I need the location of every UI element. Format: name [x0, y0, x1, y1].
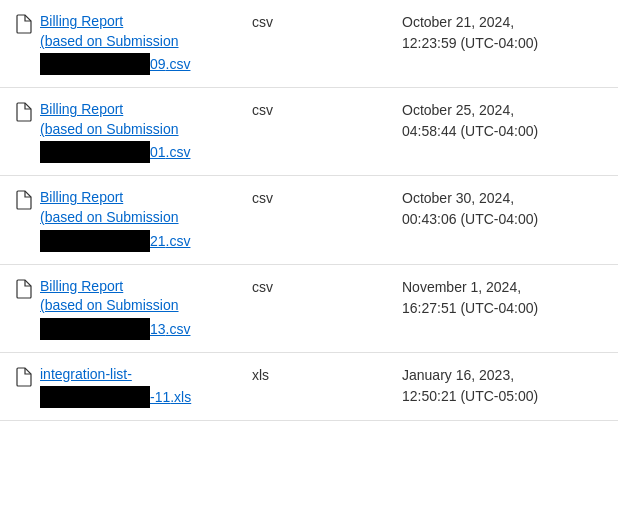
file-redacted-row: 21.csv [40, 230, 190, 252]
file-date: October 30, 2024, 00:43:06 (UTC-04:00) [402, 188, 602, 230]
file-name-sublink[interactable]: (based on Submission [40, 32, 190, 52]
file-suffix-ext[interactable]: .xls [170, 389, 191, 405]
file-name-block: Billing Report(based on Submission13.csv [40, 277, 190, 340]
file-name-block: integration-list--11.xls [40, 365, 191, 409]
file-document-icon [16, 190, 32, 213]
redacted-bar [40, 230, 150, 252]
file-suffix-ext[interactable]: .csv [166, 144, 191, 160]
file-date: October 21, 2024, 12:23:59 (UTC-04:00) [402, 12, 602, 54]
file-redacted-row: -11.xls [40, 386, 191, 408]
file-name-sublink[interactable]: (based on Submission [40, 120, 190, 140]
file-document-icon [16, 279, 32, 302]
file-suffix-ext[interactable]: .csv [166, 233, 191, 249]
file-name-block: Billing Report(based on Submission21.csv [40, 188, 190, 251]
file-date: October 25, 2024, 04:58:44 (UTC-04:00) [402, 100, 602, 142]
file-redacted-row: 01.csv [40, 141, 190, 163]
file-name-link[interactable]: Billing Report [40, 188, 190, 208]
file-suffix-number[interactable]: 21 [150, 233, 166, 249]
file-type: csv [252, 277, 312, 295]
file-name-link[interactable]: Billing Report [40, 277, 190, 297]
file-redacted-row: 13.csv [40, 318, 190, 340]
file-info: Billing Report(based on Submission13.csv [16, 277, 236, 340]
file-name-link[interactable]: integration-list- [40, 365, 191, 385]
file-name-block: Billing Report(based on Submission09.csv [40, 12, 190, 75]
file-document-icon [16, 102, 32, 125]
file-document-icon [16, 14, 32, 37]
file-suffix-ext[interactable]: .csv [166, 321, 191, 337]
file-name-link[interactable]: Billing Report [40, 100, 190, 120]
table-row: Billing Report(based on Submission01.csv… [0, 88, 618, 176]
file-suffix-number[interactable]: 01 [150, 144, 166, 160]
file-name-sublink[interactable]: (based on Submission [40, 208, 190, 228]
file-name-block: Billing Report(based on Submission01.csv [40, 100, 190, 163]
table-row: Billing Report(based on Submission21.csv… [0, 176, 618, 264]
file-info: Billing Report(based on Submission01.csv [16, 100, 236, 163]
file-type: csv [252, 100, 312, 118]
file-type: xls [252, 365, 312, 383]
file-redacted-row: 09.csv [40, 53, 190, 75]
file-suffix-number[interactable]: 13 [150, 321, 166, 337]
file-type: csv [252, 12, 312, 30]
table-row: Billing Report(based on Submission09.csv… [0, 0, 618, 88]
file-date: November 1, 2024, 16:27:51 (UTC-04:00) [402, 277, 602, 319]
redacted-bar [40, 141, 150, 163]
redacted-bar [40, 318, 150, 340]
file-name-link[interactable]: Billing Report [40, 12, 190, 32]
file-info: Billing Report(based on Submission21.csv [16, 188, 236, 251]
file-list: Billing Report(based on Submission09.csv… [0, 0, 618, 421]
file-suffix-ext[interactable]: .csv [166, 56, 191, 72]
table-row: integration-list--11.xlsxlsJanuary 16, 2… [0, 353, 618, 422]
table-row: Billing Report(based on Submission13.csv… [0, 265, 618, 353]
redacted-bar [40, 53, 150, 75]
file-type: csv [252, 188, 312, 206]
file-date: January 16, 2023, 12:50:21 (UTC-05:00) [402, 365, 602, 407]
file-info: integration-list--11.xls [16, 365, 236, 409]
file-suffix-number[interactable]: -11 [150, 389, 170, 405]
file-info: Billing Report(based on Submission09.csv [16, 12, 236, 75]
redacted-bar [40, 386, 150, 408]
file-document-icon [16, 367, 32, 390]
file-suffix-number[interactable]: 09 [150, 56, 166, 72]
file-name-sublink[interactable]: (based on Submission [40, 296, 190, 316]
